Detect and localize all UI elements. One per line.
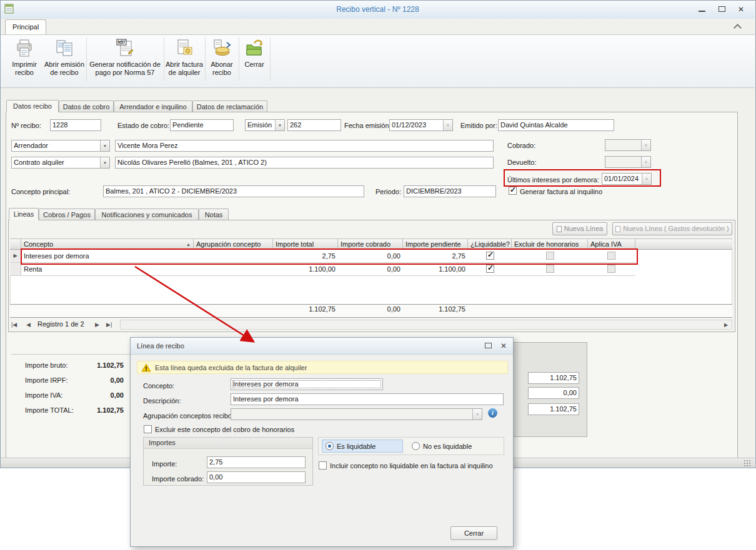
pager-last-icon[interactable]: ▶| xyxy=(106,320,112,330)
grid-header-importe-cobrado[interactable]: Importe cobrado xyxy=(338,238,403,250)
dialog-maximize-icon[interactable] xyxy=(485,343,492,348)
ribbon-separator xyxy=(270,37,271,81)
tab-cobros-pagos[interactable]: Cobros / Pagos xyxy=(39,209,95,220)
horizontal-scrollbar[interactable] xyxy=(120,320,732,330)
grid-header-importe-pendiente[interactable]: Importe pendiente xyxy=(403,238,468,250)
num-recibo-field[interactable]: 1228 xyxy=(50,119,101,131)
info-icon[interactable]: i xyxy=(488,408,497,418)
emitido-por-label: Emitido por: xyxy=(460,120,497,131)
concepto-principal-field[interactable]: Balmes, 201 , ATICO 2 - DICIEMBRE/2023 xyxy=(103,185,364,197)
summary-groupbox-border xyxy=(11,354,130,355)
cobrado-label: Cobrado: xyxy=(507,140,535,151)
chevron-down-icon[interactable]: ▼ xyxy=(275,120,284,130)
tab-notificaciones[interactable]: Notificaciones y comunicados xyxy=(95,209,199,220)
ribbon-button-norma57[interactable]: N57 Generar notificación de pago por Nor… xyxy=(87,36,162,85)
dlg-importe-cobrado-field[interactable]: 0,00 xyxy=(207,471,306,483)
tab-notas[interactable]: Notas xyxy=(199,209,229,220)
dlg-concepto-field[interactable]: Intereses por demora xyxy=(231,378,383,390)
grid-header-concepto[interactable]: Concepto▲ xyxy=(21,238,194,250)
tab-lineas[interactable]: Lineas xyxy=(9,208,39,220)
importe-bruto-value: 1.102,75 xyxy=(80,360,124,371)
linea-de-recibo-dialog: Línea de recibo ✕ Esta línea queda exclu… xyxy=(130,337,514,547)
ribbon-separator xyxy=(86,37,87,81)
tab-datos-recibo[interactable]: Datos recibo xyxy=(6,100,59,112)
new-doc-icon xyxy=(557,226,562,232)
emitido-por-field[interactable]: David Quintas Alcalde xyxy=(498,119,614,131)
estado-cobro-label: Estado de cobro: xyxy=(117,120,169,131)
nueva-linea-gastos-button[interactable]: Nueva Línea ( Gastos devolución ) xyxy=(612,222,732,235)
maximize-icon[interactable] xyxy=(719,6,725,12)
chevron-down-icon[interactable]: ▼ xyxy=(100,140,109,151)
cell-importe-pendiente: 2,75 xyxy=(403,250,468,263)
cell-agrupacion xyxy=(194,263,273,276)
dlg-agrupacion-combo[interactable]: ▼ xyxy=(231,408,482,420)
dialog-titlebar[interactable]: Línea de recibo ✕ xyxy=(131,338,513,355)
cell-importe-total: 2,75 xyxy=(273,250,338,263)
cell-importe-cobrado: 0,00 xyxy=(338,250,403,263)
ribbon-button-cerrar[interactable]: Cerrar xyxy=(240,36,269,85)
dialog-close-icon[interactable]: ✕ xyxy=(500,341,507,350)
dlg-descripcion-field[interactable]: Intereses por demora xyxy=(231,393,504,405)
grid-header-agrupacion[interactable]: Agrupación concepto xyxy=(194,238,273,250)
es-liquidable-radio[interactable] xyxy=(326,442,334,450)
es-liquidable-label: Es liquidable xyxy=(337,441,376,452)
ultimos-intereses-field[interactable]: 01/01/2024▼ xyxy=(602,173,652,185)
grid-header-excluir[interactable]: Excluir de honorarios xyxy=(512,238,588,250)
ribbon-button-abonar[interactable]: Abonar recibo xyxy=(206,36,237,85)
no-es-liquidable-radio[interactable] xyxy=(412,442,420,450)
arrendador-selector[interactable]: Arrendador▼ xyxy=(11,140,110,152)
contrato-field[interactable]: Nicolás Olivares Perelló (Balmes, 201 , … xyxy=(115,157,494,169)
emision-num-field[interactable]: 262 xyxy=(287,119,341,131)
dlg-importe-field[interactable]: 2,75 xyxy=(207,456,306,468)
liquidable-checkbox[interactable] xyxy=(486,252,494,260)
ribbon-button-imprimir-recibo[interactable]: Imprimir recibo xyxy=(6,36,42,85)
ribbon-button-label: Abrir emisión de recibo xyxy=(44,61,85,77)
concepto-principal-label: Concepto principal: xyxy=(11,186,70,197)
pager-prev-icon[interactable]: ◀ xyxy=(26,320,31,330)
generar-factura-checkbox[interactable] xyxy=(509,187,517,195)
num-recibo-label: Nº recibo: xyxy=(11,120,41,131)
dlg-concepto-label: Concepto: xyxy=(143,380,174,391)
tab-datos-reclamacion[interactable]: Datos de reclamación xyxy=(192,101,267,112)
dlg-cerrar-button[interactable]: Cerrar xyxy=(450,526,497,540)
cell-importe-cobrado: 0,00 xyxy=(338,263,403,276)
pager-first-icon[interactable]: |◀ xyxy=(11,320,17,330)
chevron-down-icon: ▼ xyxy=(642,174,651,184)
fecha-emision-label: Fecha emisión: xyxy=(344,120,391,131)
grid-header-liquidable[interactable]: ¿Liquidable? xyxy=(468,238,512,250)
estado-cobro-field[interactable]: Pendiente xyxy=(170,119,234,131)
dlg-excluir-checkbox[interactable] xyxy=(144,425,152,433)
scroll-right-icon[interactable]: ▶ xyxy=(724,320,728,330)
grid-header-importe-total[interactable]: Importe total xyxy=(273,238,338,250)
importe-total-label: Importe TOTAL: xyxy=(25,405,74,416)
devuelto-field[interactable]: ▼ xyxy=(605,156,651,168)
tab-datos-de-cobro[interactable]: Datos de cobro xyxy=(59,101,114,112)
dlg-agrupacion-label: Agrupación conceptos recibo: xyxy=(143,410,234,421)
chevron-down-icon: ▼ xyxy=(641,140,650,150)
fecha-emision-field[interactable]: 01/12/2023▼ xyxy=(389,119,453,131)
emision-combo[interactable]: Emisión▼ xyxy=(245,119,285,131)
resize-grip[interactable] xyxy=(744,459,750,466)
ribbon-tab-principal[interactable]: Principal xyxy=(5,19,46,34)
excluir-checkbox xyxy=(546,265,554,273)
contrato-selector[interactable]: Contrato alquiler▼ xyxy=(11,157,110,169)
ribbon-button-abrir-factura[interactable]: Abrir factura de alquiler xyxy=(165,36,204,85)
nueva-linea-button[interactable]: Nueva Línea xyxy=(552,222,607,235)
tab-arrendador-inquilino[interactable]: Arrendador e inquilino xyxy=(114,101,192,112)
periodo-field[interactable]: DICIEMBRE/2023 xyxy=(404,185,496,197)
liquidable-checkbox[interactable] xyxy=(486,265,494,273)
arrendador-field[interactable]: Vicente Mora Perez xyxy=(115,140,494,152)
ribbon-button-abrir-emision[interactable]: Abrir emisión de recibo xyxy=(44,36,85,85)
warning-icon xyxy=(141,363,151,372)
norma57-icon: N57 xyxy=(115,52,135,59)
chevron-down-icon[interactable]: ▼ xyxy=(100,157,109,168)
devuelto-label: Devuelto: xyxy=(507,157,536,168)
pager-next-icon[interactable]: ▶ xyxy=(95,320,99,330)
close-icon[interactable]: ✕ xyxy=(738,6,744,13)
cell-importe-pendiente: 1.100,00 xyxy=(403,263,468,276)
cobrado-field[interactable]: ▼ xyxy=(605,139,651,151)
app-icon[interactable] xyxy=(4,3,15,16)
dlg-incluir-checkbox[interactable] xyxy=(319,461,327,469)
grid-header-aplica-iva[interactable]: Aplica IVA xyxy=(588,238,635,250)
minimize-icon[interactable] xyxy=(699,11,705,12)
